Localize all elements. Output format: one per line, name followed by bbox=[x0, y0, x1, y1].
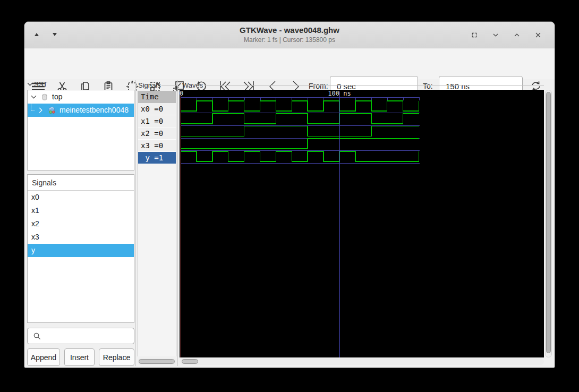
minimize-button[interactable] bbox=[489, 28, 503, 42]
replace-button[interactable]: Replace bbox=[99, 348, 134, 366]
signals-list-panel: Signals x0x1x2x3y bbox=[27, 174, 134, 323]
gtkwave-window: GTKWave - wave0048.ghw Marker: 1 fs | Cu… bbox=[24, 21, 555, 368]
expander-right-icon[interactable] bbox=[38, 107, 46, 113]
chevron-down-icon bbox=[27, 80, 33, 88]
wave-name-value-row-x0[interactable]: x0 =0 bbox=[138, 103, 176, 115]
fullscreen-icon bbox=[470, 30, 479, 40]
signals-list: x0x1x2x3y bbox=[28, 191, 134, 257]
wave-canvas-svg: 0100 ns bbox=[180, 90, 544, 357]
sst-label: SST bbox=[34, 80, 47, 88]
frame-rule bbox=[204, 85, 544, 86]
wave-name-value-rows: x0 =0x1 =0x2 =0x3 =0 y =1 bbox=[138, 103, 176, 164]
maximize-button[interactable] bbox=[510, 28, 524, 42]
tree-item-label: meinetestbench0048 bbox=[59, 104, 129, 117]
tree-item-meinetestbench0048[interactable]: meinetestbench0048 bbox=[28, 104, 134, 117]
wave-name-value-row-x1[interactable]: x1 =0 bbox=[138, 115, 176, 127]
search-icon bbox=[32, 331, 42, 343]
titlebar[interactable]: GTKWave - wave0048.ghw Marker: 1 fs | Cu… bbox=[24, 22, 555, 48]
signal-list-item-y[interactable]: y bbox=[28, 244, 134, 257]
sst-tree-panel: top meinetestbench0048 bbox=[27, 90, 134, 171]
waves-vscrollbar-thumb[interactable] bbox=[546, 92, 551, 353]
close-icon bbox=[534, 31, 542, 39]
time-header[interactable]: Time bbox=[138, 91, 176, 103]
signal-list-item-x0[interactable]: x0 bbox=[28, 191, 134, 204]
expander-down-icon[interactable] bbox=[31, 95, 38, 99]
frame-rule bbox=[161, 85, 176, 86]
chevron-down-icon bbox=[491, 31, 500, 39]
splitter-left[interactable] bbox=[135, 80, 136, 366]
tree-item-label: top bbox=[52, 90, 62, 104]
tree-item-top[interactable]: top bbox=[28, 90, 134, 104]
append-button[interactable]: Append bbox=[27, 348, 60, 366]
toolbar: From: To: bbox=[24, 48, 555, 79]
from-label: From: bbox=[309, 82, 328, 90]
waves-vscrollbar[interactable] bbox=[545, 90, 552, 357]
wave-values-panel: Time x0 =0x1 =0x2 =0x3 =0 y =1 bbox=[138, 91, 176, 356]
wave-name-value-row-x2[interactable]: x2 =0 bbox=[138, 127, 176, 140]
wave-canvas[interactable]: 0100 ns bbox=[180, 90, 544, 357]
insert-button[interactable]: Insert bbox=[64, 348, 95, 366]
tree-dotted-line bbox=[31, 104, 35, 111]
database-cylinder-icon bbox=[40, 92, 50, 102]
chevron-up-icon bbox=[513, 31, 521, 39]
signal-search-input[interactable] bbox=[27, 328, 134, 344]
sst-section-header[interactable]: SST bbox=[27, 80, 47, 88]
close-button[interactable] bbox=[531, 28, 545, 42]
to-label: To: bbox=[423, 82, 433, 90]
signal-list-item-x1[interactable]: x1 bbox=[28, 204, 134, 217]
module-sphere-icon bbox=[48, 106, 57, 115]
waves-frame-label: Waves bbox=[182, 81, 203, 89]
splitter-right[interactable] bbox=[177, 80, 178, 366]
fullscreen-button[interactable] bbox=[467, 28, 481, 42]
wave-signals-frame-label: Signals bbox=[138, 81, 161, 89]
waves-hscrollbar-thumb[interactable] bbox=[182, 359, 198, 364]
signal-list-item-x3[interactable]: x3 bbox=[28, 231, 134, 244]
signal-list-item-x2[interactable]: x2 bbox=[28, 217, 134, 231]
waves-hscrollbar[interactable] bbox=[180, 359, 544, 365]
wave-name-value-row-x3[interactable]: x3 =0 bbox=[138, 140, 176, 152]
values-hscrollbar[interactable] bbox=[138, 359, 176, 365]
values-hscrollbar-thumb[interactable] bbox=[139, 359, 175, 364]
wave-name-value-row-y[interactable]: y =1 bbox=[138, 152, 176, 164]
svg-text:0: 0 bbox=[180, 90, 183, 97]
signals-list-header: Signals bbox=[28, 175, 134, 191]
